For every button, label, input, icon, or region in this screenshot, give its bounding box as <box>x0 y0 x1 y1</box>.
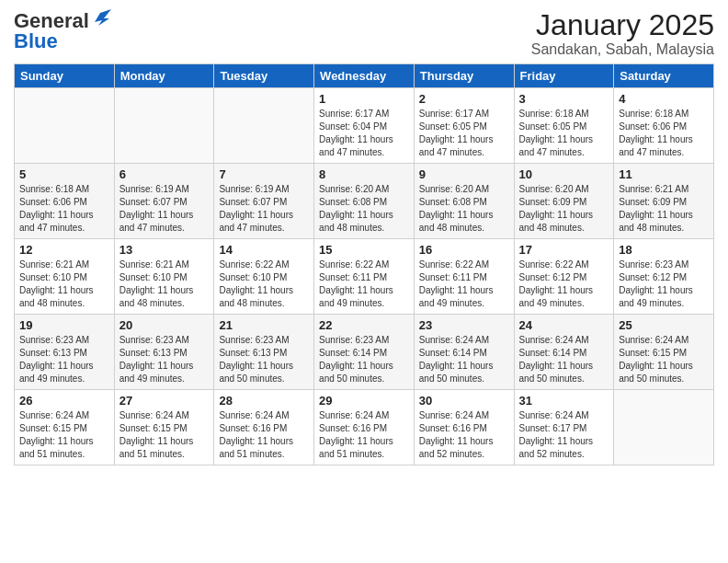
calendar-cell: 31Sunrise: 6:24 AMSunset: 6:17 PMDayligh… <box>514 390 614 465</box>
logo: General Blue <box>14 9 111 53</box>
day-number: 29 <box>319 394 409 408</box>
cell-info: Sunrise: 6:23 AMSunset: 6:13 PMDaylight:… <box>119 334 210 385</box>
cell-info: Sunrise: 6:21 AMSunset: 6:09 PMDaylight:… <box>619 183 709 235</box>
calendar-cell: 21Sunrise: 6:23 AMSunset: 6:13 PMDayligh… <box>214 315 314 390</box>
cell-info: Sunrise: 6:24 AMSunset: 6:14 PMDaylight:… <box>419 334 509 385</box>
day-number: 31 <box>519 394 609 408</box>
day-number: 27 <box>119 394 210 408</box>
day-number: 20 <box>119 318 210 332</box>
calendar-cell: 28Sunrise: 6:24 AMSunset: 6:16 PMDayligh… <box>214 390 314 465</box>
weekday-header-saturday: Saturday <box>614 64 714 88</box>
calendar-cell: 30Sunrise: 6:24 AMSunset: 6:16 PMDayligh… <box>414 390 514 465</box>
week-row-3: 12Sunrise: 6:21 AMSunset: 6:10 PMDayligh… <box>15 239 714 315</box>
calendar-cell <box>15 88 115 164</box>
weekday-header-monday: Monday <box>114 64 214 88</box>
calendar-cell: 9Sunrise: 6:20 AMSunset: 6:08 PMDaylight… <box>414 164 514 239</box>
day-number: 5 <box>19 167 109 181</box>
week-row-1: 1Sunrise: 6:17 AMSunset: 6:04 PMDaylight… <box>15 88 714 164</box>
calendar-cell: 18Sunrise: 6:23 AMSunset: 6:12 PMDayligh… <box>614 239 714 315</box>
cell-info: Sunrise: 6:24 AMSunset: 6:15 PMDaylight:… <box>619 334 709 385</box>
day-number: 18 <box>619 243 709 257</box>
calendar-cell: 7Sunrise: 6:19 AMSunset: 6:07 PMDaylight… <box>214 164 314 239</box>
weekday-header-wednesday: Wednesday <box>314 64 415 88</box>
header: General Blue January 2025 Sandakan, Saba… <box>14 9 714 58</box>
cell-info: Sunrise: 6:24 AMSunset: 6:16 PMDaylight:… <box>319 409 409 461</box>
logo-bird-icon <box>91 9 111 29</box>
cell-info: Sunrise: 6:23 AMSunset: 6:13 PMDaylight:… <box>19 334 109 385</box>
cell-info: Sunrise: 6:20 AMSunset: 6:08 PMDaylight:… <box>319 183 409 235</box>
day-number: 13 <box>119 243 210 257</box>
day-number: 7 <box>219 167 309 181</box>
calendar-cell: 22Sunrise: 6:23 AMSunset: 6:14 PMDayligh… <box>314 315 415 390</box>
calendar-cell: 23Sunrise: 6:24 AMSunset: 6:14 PMDayligh… <box>414 315 514 390</box>
cell-info: Sunrise: 6:24 AMSunset: 6:14 PMDaylight:… <box>519 334 609 385</box>
page: General Blue January 2025 Sandakan, Saba… <box>0 0 728 563</box>
calendar-cell: 20Sunrise: 6:23 AMSunset: 6:13 PMDayligh… <box>114 315 214 390</box>
month-title: January 2025 <box>531 9 714 41</box>
svg-marker-0 <box>95 9 111 26</box>
cell-info: Sunrise: 6:19 AMSunset: 6:07 PMDaylight:… <box>219 183 309 235</box>
calendar-table: SundayMondayTuesdayWednesdayThursdayFrid… <box>14 63 714 465</box>
day-number: 24 <box>519 318 609 332</box>
weekday-header-sunday: Sunday <box>15 64 115 88</box>
calendar-cell: 3Sunrise: 6:18 AMSunset: 6:05 PMDaylight… <box>514 88 614 164</box>
calendar-cell: 15Sunrise: 6:22 AMSunset: 6:11 PMDayligh… <box>314 239 415 315</box>
calendar-cell: 8Sunrise: 6:20 AMSunset: 6:08 PMDaylight… <box>314 164 415 239</box>
cell-info: Sunrise: 6:23 AMSunset: 6:14 PMDaylight:… <box>319 334 409 385</box>
calendar-cell: 27Sunrise: 6:24 AMSunset: 6:15 PMDayligh… <box>114 390 214 465</box>
day-number: 21 <box>219 318 309 332</box>
calendar-cell: 25Sunrise: 6:24 AMSunset: 6:15 PMDayligh… <box>614 315 714 390</box>
week-row-5: 26Sunrise: 6:24 AMSunset: 6:15 PMDayligh… <box>15 390 714 465</box>
day-number: 16 <box>419 243 509 257</box>
weekday-header-row: SundayMondayTuesdayWednesdayThursdayFrid… <box>15 64 714 88</box>
calendar-cell: 12Sunrise: 6:21 AMSunset: 6:10 PMDayligh… <box>15 239 115 315</box>
calendar-cell: 16Sunrise: 6:22 AMSunset: 6:11 PMDayligh… <box>414 239 514 315</box>
day-number: 3 <box>519 92 609 106</box>
day-number: 9 <box>419 167 509 181</box>
day-number: 8 <box>319 167 409 181</box>
cell-info: Sunrise: 6:24 AMSunset: 6:15 PMDaylight:… <box>19 409 109 461</box>
day-number: 28 <box>219 394 309 408</box>
cell-info: Sunrise: 6:21 AMSunset: 6:10 PMDaylight:… <box>119 259 210 310</box>
calendar-cell: 24Sunrise: 6:24 AMSunset: 6:14 PMDayligh… <box>514 315 614 390</box>
day-number: 11 <box>619 167 709 181</box>
calendar-cell: 14Sunrise: 6:22 AMSunset: 6:10 PMDayligh… <box>214 239 314 315</box>
day-number: 6 <box>119 167 210 181</box>
day-number: 12 <box>19 243 109 257</box>
calendar-cell <box>614 390 714 465</box>
logo-blue: Blue <box>14 29 58 53</box>
weekday-header-friday: Friday <box>514 64 614 88</box>
calendar-cell: 6Sunrise: 6:19 AMSunset: 6:07 PMDaylight… <box>114 164 214 239</box>
calendar-cell: 29Sunrise: 6:24 AMSunset: 6:16 PMDayligh… <box>314 390 415 465</box>
day-number: 23 <box>419 318 509 332</box>
day-number: 15 <box>319 243 409 257</box>
location-title: Sandakan, Sabah, Malaysia <box>531 41 714 58</box>
calendar-cell: 2Sunrise: 6:17 AMSunset: 6:05 PMDaylight… <box>414 88 514 164</box>
calendar-cell: 11Sunrise: 6:21 AMSunset: 6:09 PMDayligh… <box>614 164 714 239</box>
day-number: 25 <box>619 318 709 332</box>
cell-info: Sunrise: 6:18 AMSunset: 6:06 PMDaylight:… <box>619 108 709 159</box>
cell-info: Sunrise: 6:23 AMSunset: 6:12 PMDaylight:… <box>619 259 709 310</box>
week-row-4: 19Sunrise: 6:23 AMSunset: 6:13 PMDayligh… <box>15 315 714 390</box>
cell-info: Sunrise: 6:20 AMSunset: 6:08 PMDaylight:… <box>419 183 509 235</box>
cell-info: Sunrise: 6:24 AMSunset: 6:16 PMDaylight:… <box>419 409 509 461</box>
calendar-cell: 10Sunrise: 6:20 AMSunset: 6:09 PMDayligh… <box>514 164 614 239</box>
day-number: 19 <box>19 318 109 332</box>
calendar-cell <box>214 88 314 164</box>
day-number: 1 <box>319 92 409 106</box>
weekday-header-thursday: Thursday <box>414 64 514 88</box>
day-number: 30 <box>419 394 509 408</box>
cell-info: Sunrise: 6:17 AMSunset: 6:04 PMDaylight:… <box>319 108 409 159</box>
cell-info: Sunrise: 6:17 AMSunset: 6:05 PMDaylight:… <box>419 108 509 159</box>
cell-info: Sunrise: 6:19 AMSunset: 6:07 PMDaylight:… <box>119 183 210 235</box>
day-number: 14 <box>219 243 309 257</box>
cell-info: Sunrise: 6:22 AMSunset: 6:10 PMDaylight:… <box>219 259 309 310</box>
day-number: 10 <box>519 167 609 181</box>
calendar-cell: 5Sunrise: 6:18 AMSunset: 6:06 PMDaylight… <box>15 164 115 239</box>
day-number: 2 <box>419 92 509 106</box>
calendar-cell: 4Sunrise: 6:18 AMSunset: 6:06 PMDaylight… <box>614 88 714 164</box>
cell-info: Sunrise: 6:22 AMSunset: 6:11 PMDaylight:… <box>319 259 409 310</box>
day-number: 17 <box>519 243 609 257</box>
week-row-2: 5Sunrise: 6:18 AMSunset: 6:06 PMDaylight… <box>15 164 714 239</box>
calendar-cell: 17Sunrise: 6:22 AMSunset: 6:12 PMDayligh… <box>514 239 614 315</box>
